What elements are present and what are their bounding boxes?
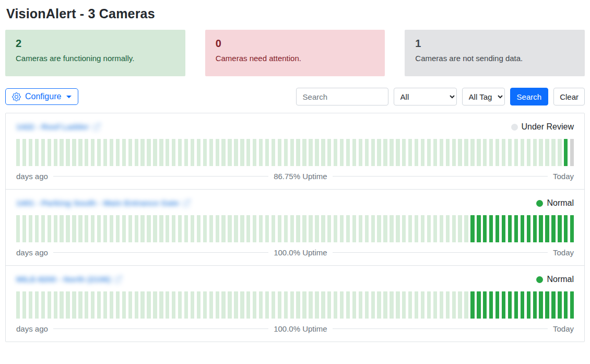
- uptime-bar-up-historic: [240, 291, 244, 319]
- uptime-bar-up-recent: [539, 215, 542, 242]
- uptime-bar-up-historic: [85, 215, 88, 242]
- uptime-bar-up-historic: [122, 139, 126, 166]
- uptime-bar-up-historic: [16, 215, 20, 242]
- search-button[interactable]: Search: [510, 88, 549, 105]
- uptime-bar-up-historic: [302, 215, 306, 242]
- uptime-bar-up-historic: [458, 215, 462, 242]
- uptime-bar-up-historic: [159, 139, 163, 166]
- uptime-bar-up-historic: [440, 291, 443, 319]
- uptime-bar-up-historic: [135, 215, 138, 242]
- uptime-bar-up-historic: [228, 291, 231, 319]
- uptime-bar-up-historic: [209, 215, 213, 242]
- uptime-bar-up-historic: [421, 291, 424, 319]
- camera-name: MILE-8200 - North (2106): [16, 275, 111, 284]
- uptime-axis: days ago 100.0% Uptime Today: [16, 247, 574, 257]
- uptime-bar-up-historic: [209, 139, 213, 166]
- uptime-bar-up-historic: [470, 139, 474, 166]
- uptime-bar-up-historic: [216, 291, 219, 319]
- uptime-bar-up-historic: [60, 215, 63, 242]
- uptime-bar-up-historic: [140, 139, 144, 166]
- uptime-bar-up-historic: [545, 139, 549, 166]
- uptime-bar-up-historic: [371, 215, 375, 242]
- uptime-bar-up-historic: [346, 139, 350, 166]
- uptime-bar-up-historic: [502, 139, 505, 166]
- uptime-bar-up-historic: [272, 215, 275, 242]
- clear-button[interactable]: Clear: [553, 88, 585, 105]
- uptime-bar-up-historic: [72, 291, 76, 319]
- uptime-bar-up-historic: [321, 291, 325, 319]
- uptime-bar-up-historic: [390, 215, 393, 242]
- uptime-bar-up-historic: [489, 139, 493, 166]
- uptime-bar-up-historic: [147, 215, 150, 242]
- uptime-bar-up-historic: [48, 215, 51, 242]
- uptime-bar-up-historic: [54, 215, 57, 242]
- uptime-bar-up-historic: [359, 291, 362, 319]
- uptime-bar-up-historic: [495, 139, 499, 166]
- camera-name-link[interactable]: 1401 - Parking South - Main Entrance Gat…: [16, 198, 190, 208]
- uptime-bar-up-historic: [452, 215, 456, 242]
- uptime-bar-up-historic: [402, 139, 406, 166]
- uptime-bar-up-historic: [396, 291, 399, 319]
- uptime-bar-up-historic: [408, 291, 412, 319]
- uptime-bar-up-historic: [159, 291, 163, 319]
- uptime-bar-up-historic: [166, 291, 169, 319]
- status-badge: Normal: [536, 198, 574, 208]
- uptime-bar-up-historic: [483, 139, 487, 166]
- summary-count-normal: 2: [16, 38, 175, 50]
- uptime-bar-up-historic: [54, 139, 57, 166]
- uptime-bar-up-historic: [415, 139, 418, 166]
- uptime-bar-up-historic: [514, 139, 518, 166]
- uptime-bar-up-recent: [545, 291, 549, 319]
- camera-name-link[interactable]: MILE-8200 - North (2106): [16, 275, 122, 284]
- uptime-bar-up-historic: [272, 291, 275, 319]
- uptime-bar-up-historic: [85, 291, 88, 319]
- uptime-bar-up-recent: [489, 215, 493, 242]
- uptime-bar-up-historic: [41, 139, 45, 166]
- uptime-bar-up-historic: [365, 215, 369, 242]
- filter-controls: All All Tags Search Clear: [296, 88, 585, 105]
- uptime-bar-up-historic: [539, 139, 542, 166]
- axis-rule: [53, 252, 268, 253]
- configure-button[interactable]: Configure: [5, 88, 78, 105]
- search-input[interactable]: [296, 88, 388, 105]
- uptime-bar-up-recent: [564, 291, 568, 319]
- uptime-bar-up-historic: [327, 139, 331, 166]
- uptime-bar-up-recent: [564, 139, 568, 166]
- uptime-percent-label: 86.75% Uptime: [274, 172, 327, 181]
- uptime-bar-up-historic: [433, 291, 437, 319]
- uptime-bar-up-historic: [41, 291, 45, 319]
- uptime-bar-up-historic: [60, 291, 63, 319]
- uptime-bar-up-historic: [408, 139, 412, 166]
- uptime-bar-up-historic: [296, 139, 300, 166]
- uptime-bar-up-historic: [16, 139, 20, 166]
- uptime-bar-up-recent: [477, 291, 480, 319]
- type-filter-select[interactable]: All: [394, 88, 457, 105]
- status-dot: [536, 276, 543, 283]
- uptime-bar-up-historic: [371, 291, 375, 319]
- uptime-bar-up-historic: [508, 139, 512, 166]
- uptime-bar-up-recent: [483, 291, 487, 319]
- uptime-bar-up-historic: [383, 291, 387, 319]
- uptime-bar-up-historic: [85, 139, 88, 166]
- status-badge: Normal: [536, 275, 574, 284]
- uptime-bar-up-historic: [29, 215, 32, 242]
- uptime-bar-up-recent: [539, 291, 542, 319]
- camera-name-link[interactable]: 1422 - Roof Ladder: [16, 122, 100, 132]
- uptime-bar-up-historic: [78, 291, 82, 319]
- uptime-bar-up-historic: [253, 139, 256, 166]
- uptime-bar-up-historic: [551, 139, 555, 166]
- uptime-bar-up-recent: [502, 215, 505, 242]
- axis-rule: [53, 328, 268, 329]
- uptime-bar-up-historic: [278, 291, 281, 319]
- camera-list: 1422 - Roof Ladder Under Review days ago…: [5, 113, 585, 342]
- page-title: VisionAlert - 3 Cameras: [6, 6, 585, 21]
- uptime-bar-up-historic: [365, 139, 369, 166]
- axis-start-label: days ago: [16, 324, 48, 333]
- uptime-bar-up-recent: [477, 215, 480, 242]
- uptime-bar-up-historic: [427, 291, 431, 319]
- chevron-down-icon: [66, 96, 72, 98]
- tag-filter-select[interactable]: All Tags: [462, 88, 505, 105]
- uptime-bar-up-historic: [265, 215, 269, 242]
- uptime-bar-up-historic: [334, 139, 337, 166]
- uptime-bar-up-historic: [122, 291, 126, 319]
